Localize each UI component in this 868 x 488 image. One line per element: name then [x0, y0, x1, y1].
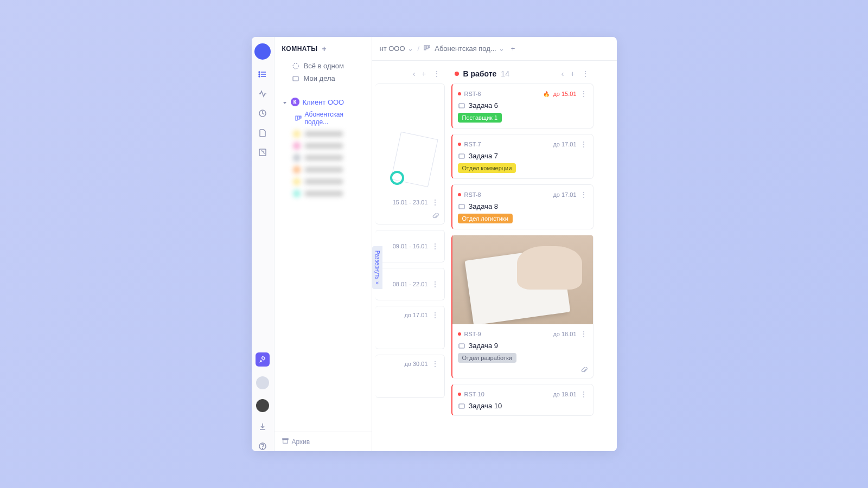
clock-icon[interactable]	[258, 108, 267, 118]
breadcrumb-sep: /	[418, 44, 420, 53]
card-title-text: Задача 10	[469, 402, 502, 410]
svg-rect-17	[424, 46, 426, 50]
card-stub[interactable]: до 30.01⋮	[375, 355, 445, 398]
user-avatar-1[interactable]	[256, 376, 269, 389]
archive-link[interactable]: Архив	[275, 432, 372, 451]
rooms-panel: КОМНАТЫ + Всё в одном Мои дела К Клиент …	[275, 37, 372, 451]
download-icon[interactable]	[258, 422, 267, 432]
board-icon	[295, 115, 302, 121]
archive-icon	[282, 438, 289, 446]
activity-icon[interactable]	[258, 89, 267, 99]
feed-icon[interactable]	[258, 147, 267, 157]
card-tag: Отдел логистики	[458, 214, 513, 223]
card-stub[interactable]: 15.01 - 23.01⋮	[375, 84, 445, 224]
chevron-down-icon: ⌄	[499, 44, 505, 53]
kanban-card[interactable]: RST-10до 19.01⋮Задача 10	[451, 384, 593, 416]
card-title-text: Задача 8	[469, 202, 498, 210]
rocket-icon[interactable]	[256, 352, 270, 367]
kanban-card[interactable]: RST-7до 17.01⋮Задача 7Отдел коммерции	[451, 134, 593, 179]
card-stub[interactable]: до 17.01⋮	[375, 306, 445, 349]
card-date: до 17.01	[404, 312, 427, 318]
card-title-text: Задача 7	[469, 152, 498, 160]
card-more-icon[interactable]: ⋮	[580, 190, 588, 199]
card-due: до 18.01	[553, 331, 576, 337]
column-more-icon[interactable]: ⋮	[580, 69, 590, 78]
card-more-icon[interactable]: ⋮	[431, 359, 439, 368]
add-room-button[interactable]: +	[322, 44, 327, 53]
board-icon	[424, 44, 430, 53]
card-status-dot	[458, 92, 461, 95]
card-stub[interactable]: 09.01 - 16.01⋮	[375, 230, 445, 262]
main-area: нт ООО⌄ / Абонентская под...⌄ + ‹ + ⋮ 15…	[372, 37, 617, 451]
kanban-card[interactable]: RST-8до 17.01⋮Задача 8Отдел логистики	[451, 184, 593, 229]
card-tag: Поставщик 1	[458, 113, 502, 123]
card-image	[452, 235, 593, 324]
list-icon[interactable]	[258, 69, 267, 79]
svg-rect-18	[426, 46, 428, 49]
card-more-icon[interactable]: ⋮	[431, 280, 439, 288]
column-truncated: ‹ + ⋮ 15.01 - 23.01⋮09.01 - 16.01⋮08.01 …	[372, 61, 448, 451]
card-more-icon[interactable]: ⋮	[431, 198, 439, 207]
prev-icon[interactable]: ‹	[412, 69, 417, 78]
breadcrumb-room[interactable]: нт ООО⌄	[380, 44, 413, 53]
kanban-card[interactable]: RST-9до 18.01⋮Задача 9Отдел разработки	[451, 235, 593, 378]
add-card-button[interactable]: +	[420, 69, 427, 78]
room-blurred	[275, 188, 372, 200]
svg-point-3	[259, 72, 260, 73]
svg-rect-21	[459, 154, 464, 158]
quick-my-tasks[interactable]: Мои дела	[275, 72, 372, 85]
card-more-icon[interactable]: ⋮	[580, 330, 588, 338]
expand-handle[interactable]: Развернуть »	[372, 246, 382, 289]
quick-all-in-one[interactable]: Всё в одном	[275, 60, 372, 72]
card-more-icon[interactable]: ⋮	[580, 89, 588, 98]
task-icon	[458, 203, 465, 210]
card-illustration	[385, 135, 439, 189]
card-tag: Отдел разработки	[458, 353, 516, 363]
all-icon	[292, 62, 299, 70]
fire-icon: 🔥	[543, 91, 550, 97]
add-breadcrumb-button[interactable]: +	[511, 44, 515, 53]
room-blurred	[275, 176, 372, 188]
status-dot	[455, 72, 459, 76]
card-more-icon[interactable]: ⋮	[580, 390, 588, 399]
tasks-icon	[292, 75, 299, 82]
card-more-icon[interactable]: ⋮	[431, 311, 439, 319]
user-avatar-2[interactable]	[256, 399, 269, 412]
column-in-work: В работе 14 ‹ + ⋮ RST-6🔥до 15.01⋮Задача …	[448, 61, 597, 451]
quick-label: Всё в одном	[304, 62, 344, 70]
card-key: RST-10	[464, 391, 484, 397]
task-icon	[458, 152, 465, 160]
breadcrumb-board[interactable]: Абонентская под...⌄	[435, 44, 505, 53]
prev-icon[interactable]: ‹	[560, 69, 565, 78]
column-header: В работе 14 ‹ + ⋮	[451, 61, 593, 84]
doc-icon[interactable]	[258, 128, 267, 138]
room-blurred	[275, 128, 372, 140]
card-stub[interactable]: 08.01 - 22.01⋮	[375, 268, 445, 300]
rooms-title: КОМНАТЫ	[282, 45, 318, 53]
add-card-button[interactable]: +	[569, 69, 576, 78]
card-due: до 17.01	[553, 191, 576, 198]
card-key: RST-9	[464, 331, 481, 337]
board-subscription[interactable]: Абонентская подде...	[275, 108, 372, 128]
rooms-header: КОМНАТЫ +	[275, 44, 372, 60]
task-icon	[458, 102, 465, 110]
card-date: 08.01 - 22.01	[393, 281, 428, 287]
caret-down-icon	[282, 99, 288, 105]
column-title: В работе	[463, 69, 497, 78]
task-icon	[458, 342, 465, 350]
card-date: 15.01 - 23.01	[393, 199, 428, 206]
card-more-icon[interactable]: ⋮	[431, 242, 439, 251]
room-client[interactable]: К Клиент ООО	[275, 95, 372, 108]
kanban-card[interactable]: RST-6🔥до 15.01⋮Задача 6Поставщик 1	[451, 84, 593, 129]
workspace-avatar[interactable]	[254, 43, 271, 60]
card-more-icon[interactable]: ⋮	[580, 140, 588, 149]
svg-point-5	[259, 76, 260, 77]
card-due: до 19.01	[553, 391, 576, 397]
column-more-icon[interactable]: ⋮	[432, 69, 442, 78]
card-date: 09.01 - 16.01	[393, 243, 428, 249]
column-header: ‹ + ⋮	[375, 61, 445, 84]
app-window: КОМНАТЫ + Всё в одном Мои дела К Клиент …	[252, 37, 617, 451]
help-icon[interactable]	[258, 441, 267, 451]
column-count: 14	[501, 69, 509, 78]
icon-rail	[252, 37, 275, 451]
